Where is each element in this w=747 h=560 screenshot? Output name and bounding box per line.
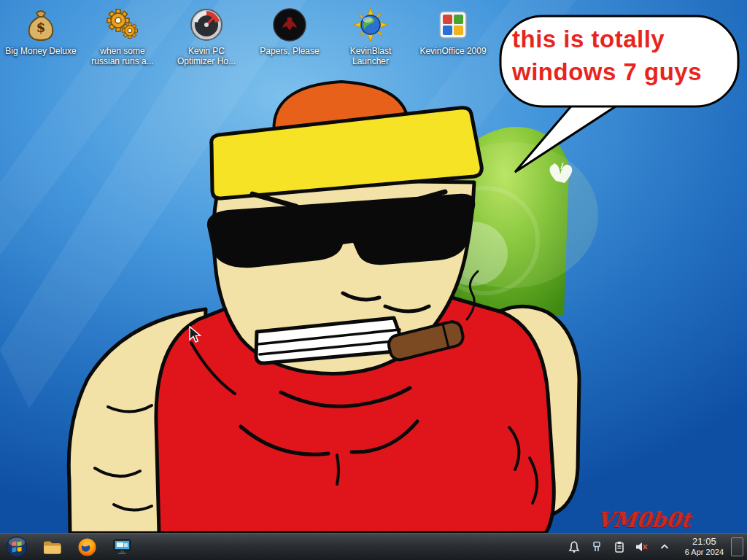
gears-icon [104,6,142,44]
file-manager-button[interactable] [39,535,64,559]
speech-bubble-text: this is totally windows 7 guys [512,23,731,88]
volume-muted-icon[interactable] [635,540,649,554]
desktop-icon-label: Big Money Deluxe [5,47,76,57]
system-monitor-button[interactable] [109,535,134,559]
money-bag-icon: $ [22,6,60,44]
desktop-icon-label: KevinBlast Launcher [333,47,408,67]
desktop-wallpaper: this is totally windows 7 guys VM0b0t $ … [0,0,747,533]
desktop-icon-label: Papers, Please [260,47,319,57]
watermark: VM0b0t [595,508,692,532]
folder-icon [42,538,62,556]
desktop-icon-big-money-deluxe[interactable]: $ Big Money Deluxe [2,6,80,57]
desktop-icon-label: when some russian runs a... [85,47,160,67]
gauge-icon [187,6,225,44]
clipboard-icon[interactable] [612,540,627,554]
speech-line-1: this is totally [512,23,731,56]
taskbar: 21:05 6 Apr 2024 [0,533,747,560]
papers-please-icon [271,6,309,44]
firefox-icon [77,537,97,557]
windows-orb-icon [6,536,28,558]
desktop-icon-papers-please[interactable]: Papers, Please [251,6,328,57]
screen: this is totally windows 7 guys VM0b0t $ … [0,0,747,560]
office-grid-icon [434,6,472,44]
desktop-icon-label: Kevin PC Optimizer Ho... [169,47,244,67]
firefox-button[interactable] [74,535,99,559]
svg-text:$: $ [36,20,46,35]
globe-sun-icon [352,6,390,44]
desktop-icon-kevinoffice-2009[interactable]: KevinOffice 2009 [414,6,492,57]
notifications-bell-icon[interactable] [567,540,581,554]
expand-tray-chevron-icon[interactable] [657,540,672,554]
taskbar-clock[interactable]: 21:05 6 Apr 2024 [678,537,731,557]
system-tray [567,540,678,554]
desktop-icon-kevinblast-launcher[interactable]: KevinBlast Launcher [332,6,409,67]
clock-time: 21:05 [685,537,724,548]
desktop-icon-russian[interactable]: when some russian runs a... [84,6,161,67]
show-desktop-button[interactable] [731,537,743,556]
clock-date: 6 Apr 2024 [685,548,724,557]
taskbar-launchers [0,535,134,559]
device-notifier-icon[interactable] [589,540,604,554]
monitor-icon [112,538,132,556]
start-button[interactable] [4,535,29,559]
speech-line-2: windows 7 guys [512,56,731,89]
desktop-icon-label: KevinOffice 2009 [419,47,486,57]
desktop-icon-kevin-pc-optimizer[interactable]: Kevin PC Optimizer Ho... [168,6,245,67]
